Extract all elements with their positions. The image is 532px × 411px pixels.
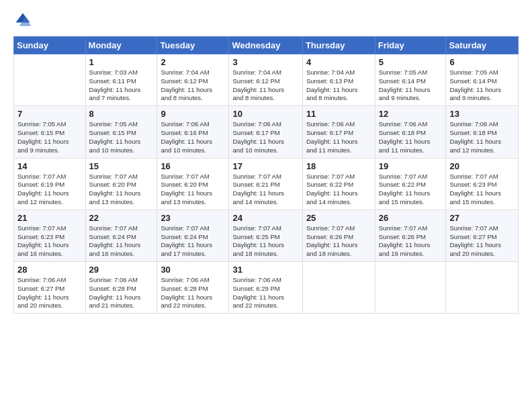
day-info: Sunrise: 7:04 AMSunset: 6:12 PMDaylight:… (232, 68, 298, 103)
day-cell (302, 262, 375, 314)
day-cell: 30Sunrise: 7:06 AMSunset: 6:28 PMDayligh… (157, 262, 229, 314)
day-info: Sunrise: 7:07 AMSunset: 6:20 PMDaylight:… (89, 173, 154, 207)
day-info: Sunrise: 7:06 AMSunset: 6:27 PMDaylight:… (17, 276, 82, 310)
week-row: 7Sunrise: 7:05 AMSunset: 6:15 PMDaylight… (14, 106, 519, 158)
day-cell (14, 54, 86, 106)
day-cell: 27Sunrise: 7:07 AMSunset: 6:27 PMDayligh… (446, 210, 519, 261)
day-info: Sunrise: 7:05 AMSunset: 6:15 PMDaylight:… (89, 120, 154, 154)
day-number: 30 (161, 265, 225, 275)
day-cell: 2Sunrise: 7:04 AMSunset: 6:12 PMDaylight… (157, 54, 229, 106)
day-number: 21 (17, 213, 82, 223)
day-info: Sunrise: 7:07 AMSunset: 6:21 PMDaylight:… (232, 173, 298, 207)
day-info: Sunrise: 7:07 AMSunset: 6:24 PMDaylight:… (161, 224, 225, 259)
day-cell: 5Sunrise: 7:05 AMSunset: 6:14 PMDaylight… (375, 54, 446, 106)
day-info: Sunrise: 7:07 AMSunset: 6:23 PMDaylight:… (449, 173, 515, 207)
weekday-header: Wednesday (229, 37, 302, 54)
day-info: Sunrise: 7:07 AMSunset: 6:25 PMDaylight:… (232, 224, 298, 259)
day-number: 8 (89, 109, 154, 119)
day-cell: 20Sunrise: 7:07 AMSunset: 6:23 PMDayligh… (446, 158, 519, 210)
day-info: Sunrise: 7:05 AMSunset: 6:14 PMDaylight:… (449, 68, 515, 103)
day-info: Sunrise: 7:06 AMSunset: 6:17 PMDaylight:… (306, 120, 371, 154)
day-info: Sunrise: 7:03 AMSunset: 6:11 PMDaylight:… (89, 68, 154, 103)
day-info: Sunrise: 7:05 AMSunset: 6:15 PMDaylight:… (17, 120, 82, 154)
header (13, 11, 519, 30)
day-number: 7 (17, 109, 82, 119)
weekday-header: Tuesday (157, 37, 229, 54)
calendar: SundayMondayTuesdayWednesdayThursdayFrid… (13, 36, 519, 314)
day-info: Sunrise: 7:07 AMSunset: 6:26 PMDaylight:… (306, 224, 371, 259)
day-info: Sunrise: 7:06 AMSunset: 6:18 PMDaylight:… (449, 120, 515, 154)
day-cell: 8Sunrise: 7:05 AMSunset: 6:15 PMDaylight… (85, 106, 157, 158)
day-number: 25 (306, 213, 371, 223)
calendar-header: SundayMondayTuesdayWednesdayThursdayFrid… (14, 37, 519, 54)
day-number: 13 (449, 109, 515, 119)
day-info: Sunrise: 7:07 AMSunset: 6:24 PMDaylight:… (89, 224, 154, 259)
day-number: 3 (232, 57, 298, 67)
day-cell: 10Sunrise: 7:06 AMSunset: 6:17 PMDayligh… (229, 106, 302, 158)
day-number: 24 (232, 213, 298, 223)
weekday-header: Friday (375, 37, 446, 54)
day-info: Sunrise: 7:04 AMSunset: 6:12 PMDaylight:… (161, 68, 225, 103)
day-number: 27 (449, 213, 515, 223)
day-info: Sunrise: 7:04 AMSunset: 6:13 PMDaylight:… (306, 68, 371, 103)
day-info: Sunrise: 7:07 AMSunset: 6:23 PMDaylight:… (17, 224, 82, 259)
day-cell: 31Sunrise: 7:06 AMSunset: 6:29 PMDayligh… (229, 262, 302, 314)
day-info: Sunrise: 7:07 AMSunset: 6:27 PMDaylight:… (449, 224, 515, 259)
day-info: Sunrise: 7:07 AMSunset: 6:26 PMDaylight:… (379, 224, 443, 259)
day-number: 4 (306, 57, 371, 67)
day-number: 18 (306, 161, 371, 171)
day-cell: 6Sunrise: 7:05 AMSunset: 6:14 PMDaylight… (446, 54, 519, 106)
day-cell: 12Sunrise: 7:06 AMSunset: 6:18 PMDayligh… (375, 106, 446, 158)
day-number: 22 (89, 213, 154, 223)
day-number: 20 (449, 161, 515, 171)
week-row: 1Sunrise: 7:03 AMSunset: 6:11 PMDaylight… (14, 54, 519, 106)
day-number: 5 (379, 57, 443, 67)
week-row: 21Sunrise: 7:07 AMSunset: 6:23 PMDayligh… (14, 210, 519, 261)
day-info: Sunrise: 7:06 AMSunset: 6:28 PMDaylight:… (89, 276, 154, 310)
day-cell: 15Sunrise: 7:07 AMSunset: 6:20 PMDayligh… (85, 158, 157, 210)
day-info: Sunrise: 7:07 AMSunset: 6:19 PMDaylight:… (17, 173, 82, 207)
day-number: 9 (161, 109, 225, 119)
day-number: 2 (161, 57, 225, 67)
day-cell: 24Sunrise: 7:07 AMSunset: 6:25 PMDayligh… (229, 210, 302, 261)
day-info: Sunrise: 7:07 AMSunset: 6:20 PMDaylight:… (161, 173, 225, 207)
day-cell: 28Sunrise: 7:06 AMSunset: 6:27 PMDayligh… (14, 262, 86, 314)
day-number: 12 (379, 109, 443, 119)
day-cell: 4Sunrise: 7:04 AMSunset: 6:13 PMDaylight… (302, 54, 375, 106)
day-cell: 11Sunrise: 7:06 AMSunset: 6:17 PMDayligh… (302, 106, 375, 158)
day-cell: 3Sunrise: 7:04 AMSunset: 6:12 PMDaylight… (229, 54, 302, 106)
day-info: Sunrise: 7:06 AMSunset: 6:29 PMDaylight:… (232, 276, 298, 310)
day-cell: 23Sunrise: 7:07 AMSunset: 6:24 PMDayligh… (157, 210, 229, 261)
day-cell: 26Sunrise: 7:07 AMSunset: 6:26 PMDayligh… (375, 210, 446, 261)
day-cell: 13Sunrise: 7:06 AMSunset: 6:18 PMDayligh… (446, 106, 519, 158)
day-number: 19 (379, 161, 443, 171)
day-cell: 14Sunrise: 7:07 AMSunset: 6:19 PMDayligh… (14, 158, 86, 210)
day-number: 23 (161, 213, 225, 223)
day-number: 11 (306, 109, 371, 119)
day-info: Sunrise: 7:07 AMSunset: 6:22 PMDaylight:… (379, 173, 443, 207)
page: SundayMondayTuesdayWednesdayThursdayFrid… (0, 0, 532, 411)
day-cell: 9Sunrise: 7:06 AMSunset: 6:16 PMDaylight… (157, 106, 229, 158)
day-cell: 29Sunrise: 7:06 AMSunset: 6:28 PMDayligh… (85, 262, 157, 314)
day-cell: 1Sunrise: 7:03 AMSunset: 6:11 PMDaylight… (85, 54, 157, 106)
day-cell (446, 262, 519, 314)
day-cell (375, 262, 446, 314)
day-number: 14 (17, 161, 82, 171)
day-info: Sunrise: 7:06 AMSunset: 6:18 PMDaylight:… (379, 120, 443, 154)
day-info: Sunrise: 7:05 AMSunset: 6:14 PMDaylight:… (379, 68, 443, 103)
day-number: 29 (89, 265, 154, 275)
day-cell: 19Sunrise: 7:07 AMSunset: 6:22 PMDayligh… (375, 158, 446, 210)
day-cell: 16Sunrise: 7:07 AMSunset: 6:20 PMDayligh… (157, 158, 229, 210)
day-number: 17 (232, 161, 298, 171)
day-number: 31 (232, 265, 298, 275)
day-cell: 18Sunrise: 7:07 AMSunset: 6:22 PMDayligh… (302, 158, 375, 210)
day-cell: 21Sunrise: 7:07 AMSunset: 6:23 PMDayligh… (14, 210, 86, 261)
day-number: 10 (232, 109, 298, 119)
weekday-row: SundayMondayTuesdayWednesdayThursdayFrid… (14, 37, 519, 54)
day-number: 16 (161, 161, 225, 171)
day-info: Sunrise: 7:06 AMSunset: 6:28 PMDaylight:… (161, 276, 225, 310)
day-cell: 22Sunrise: 7:07 AMSunset: 6:24 PMDayligh… (85, 210, 157, 261)
day-cell: 7Sunrise: 7:05 AMSunset: 6:15 PMDaylight… (14, 106, 86, 158)
week-row: 14Sunrise: 7:07 AMSunset: 6:19 PMDayligh… (14, 158, 519, 210)
day-number: 6 (449, 57, 515, 67)
